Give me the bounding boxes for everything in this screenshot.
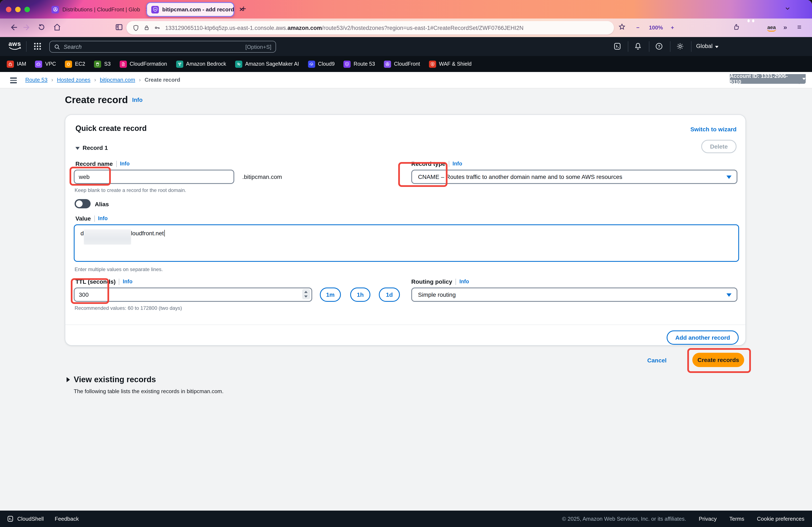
tab-cloudfront[interactable]: Distributions | CloudFront | Glob ✕: [47, 2, 154, 17]
window-zoom-button[interactable]: [25, 7, 30, 12]
nav-divider: [670, 41, 670, 52]
value-info-link[interactable]: Info: [98, 215, 108, 222]
text-cursor: [164, 230, 165, 237]
bookmark-star-icon[interactable]: [618, 23, 626, 31]
ttl-1h-button[interactable]: 1h: [350, 287, 371, 302]
window-minimize-button[interactable]: [15, 7, 21, 12]
cloudformation-icon: [119, 60, 127, 67]
routing-label: Routing policy: [411, 278, 452, 285]
toolbar-overflow-icon[interactable]: »: [783, 24, 787, 31]
record-1-collapser[interactable]: Record 1: [75, 145, 108, 151]
page-info-link[interactable]: Info: [132, 97, 143, 103]
s3-icon: [94, 60, 101, 67]
new-tab-button[interactable]: +: [241, 4, 246, 14]
ttl-info-link[interactable]: Info: [123, 278, 132, 285]
favorites-bar: IAM VPC EC2 S3 CloudFormation Amazon Bed…: [0, 56, 812, 72]
reload-icon[interactable]: [37, 23, 46, 32]
tab-list-chevron-icon[interactable]: [785, 5, 791, 11]
footer-cloudshell[interactable]: CloudShell: [7, 515, 44, 522]
record-name-input[interactable]: [74, 170, 234, 184]
cancel-button[interactable]: Cancel: [647, 357, 667, 364]
search-input[interactable]: [63, 44, 242, 50]
delete-record-button[interactable]: Delete: [701, 140, 737, 153]
favorite-s3[interactable]: S3: [94, 60, 111, 67]
url-bar[interactable]: 133129065110-ktp6q5zp.us-east-1.console.…: [127, 21, 614, 34]
back-icon[interactable]: [9, 23, 18, 32]
favorite-ec2[interactable]: EC2: [65, 60, 85, 67]
sidebar-toggle-icon[interactable]: [115, 23, 124, 32]
footer-terms-link[interactable]: Terms: [729, 516, 744, 522]
expand-caret-icon[interactable]: [67, 377, 70, 382]
cloudshell-terminal-icon[interactable]: [613, 42, 622, 50]
notifications-bell-icon[interactable]: [634, 42, 642, 50]
global-search[interactable]: [Option+S]: [49, 41, 276, 52]
services-grid-icon[interactable]: [34, 43, 41, 50]
lock-icon[interactable]: [143, 25, 150, 31]
extension-thumb-icon[interactable]: [733, 23, 741, 31]
routing-policy-select[interactable]: Simple routing: [411, 287, 737, 302]
side-menu-icon[interactable]: [10, 77, 17, 85]
zoom-level[interactable]: 100%: [649, 25, 663, 31]
favorite-vpc[interactable]: VPC: [35, 60, 56, 67]
search-shortcut-hint: [Option+S]: [245, 44, 271, 50]
tab-route53-active[interactable]: 53 bitipcman.com - add record ✕: [146, 2, 234, 17]
view-existing-records-toggle[interactable]: View existing records: [74, 375, 156, 384]
alias-toggle[interactable]: [75, 199, 91, 208]
record-type-info-link[interactable]: Info: [452, 161, 462, 167]
footer-privacy-link[interactable]: Privacy: [699, 516, 717, 522]
region-selector[interactable]: Global: [696, 43, 719, 49]
create-records-button[interactable]: Create records: [692, 353, 744, 367]
favorite-route53[interactable]: 53 Route 53: [344, 60, 375, 67]
extension-aea-icon[interactable]: aea: [767, 25, 776, 32]
breadcrumb-separator: ›: [94, 77, 96, 83]
aws-logo[interactable]: aws: [9, 41, 21, 50]
breadcrumb-separator: ›: [139, 77, 141, 83]
favorite-cloudformation[interactable]: CloudFormation: [119, 60, 167, 67]
breadcrumb-hosted-zones[interactable]: Hosted zones: [57, 77, 90, 83]
vpc-icon: [35, 60, 42, 67]
footer-feedback[interactable]: Feedback: [55, 516, 79, 522]
search-icon: [54, 44, 60, 50]
ttl-1d-button[interactable]: 1d: [379, 287, 400, 302]
home-icon[interactable]: [53, 23, 61, 32]
label-divider: [119, 278, 119, 285]
routing-info-link[interactable]: Info: [459, 278, 469, 285]
forward-icon[interactable]: [22, 23, 31, 32]
zoom-out-button[interactable]: −: [636, 25, 639, 31]
zoom-in-button[interactable]: +: [671, 25, 674, 31]
permissions-key-icon[interactable]: [154, 24, 161, 32]
favorite-waf[interactable]: WAF & Shield: [429, 60, 472, 67]
breadcrumb-route53[interactable]: Route 53: [25, 77, 48, 83]
value-textarea[interactable]: dloudfront.net: [74, 224, 739, 262]
route53-favicon-icon: 53: [151, 6, 159, 13]
caret-down-icon: [802, 78, 806, 80]
favorite-bedrock[interactable]: Amazon Bedrock: [176, 60, 226, 67]
account-id-badge[interactable]: Account ID: 1331-2906-5110: [730, 74, 806, 84]
switch-to-wizard-link[interactable]: Switch to wizard: [691, 126, 737, 133]
add-another-record-button[interactable]: Add another record: [667, 330, 739, 345]
record-type-select[interactable]: CNAME – Routes traffic to another domain…: [411, 170, 737, 184]
tracking-shield-icon[interactable]: [132, 24, 140, 31]
svg-text:53: 53: [346, 63, 348, 65]
favorite-cloud9[interactable]: 9 Cloud9: [308, 60, 335, 67]
ttl-stepper[interactable]: [302, 289, 310, 299]
value-field-label: Value Info: [75, 215, 108, 222]
record-name-info-link[interactable]: Info: [120, 161, 130, 167]
favorite-sagemaker[interactable]: Amazon SageMaker AI: [235, 60, 299, 67]
app-menu-icon[interactable]: ≡: [797, 23, 801, 32]
favorite-cloudfront[interactable]: CloudFront: [384, 60, 420, 67]
favorite-iam[interactable]: IAM: [7, 60, 26, 67]
breadcrumb-zone[interactable]: bitipcman.com: [100, 77, 135, 83]
settings-gear-icon[interactable]: [676, 42, 684, 50]
ttl-1m-button[interactable]: 1m: [320, 287, 341, 302]
footer-cookie-link[interactable]: Cookie preferences: [757, 516, 804, 522]
redacted-value: [84, 229, 131, 244]
browser-toolbar: 133129065110-ktp6q5zp.us-east-1.console.…: [0, 18, 812, 37]
label-divider: [94, 215, 95, 222]
label-divider: [455, 278, 456, 285]
select-caret-icon: [726, 293, 731, 297]
footer-copyright: © 2025, Amazon Web Services, Inc. or its…: [562, 516, 686, 522]
window-close-button[interactable]: [6, 7, 11, 12]
help-icon[interactable]: ?: [655, 42, 663, 50]
ttl-input[interactable]: [74, 287, 312, 302]
